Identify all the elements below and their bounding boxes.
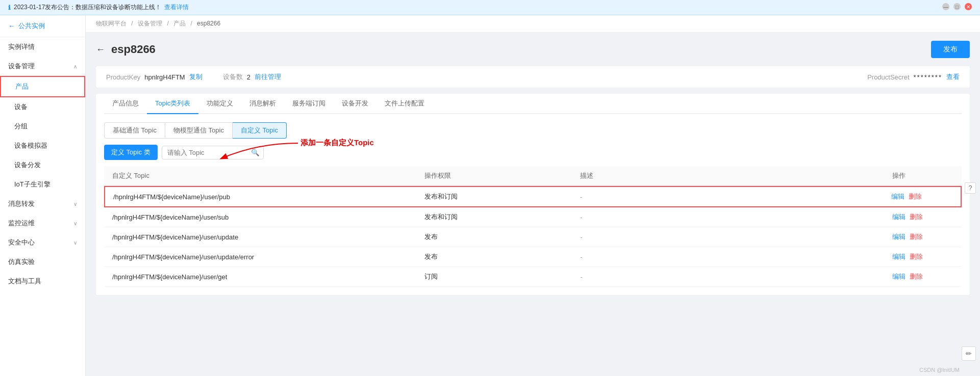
sidebar-item-iot-child[interactable]: IoT子生引擎 [0,175,85,194]
permission-cell: 发布 [424,252,581,261]
actions-cell: 编辑 删除 [892,232,953,241]
topic-cell: /hpnlrgH4FTM/${deviceName}/user/update/e… [112,253,424,261]
sidebar-item-product[interactable]: 产品 [0,76,85,97]
sidebar-item-label: 安全中心 [8,238,35,247]
back-arrow-icon: ← [8,22,15,30]
info-icon: ℹ [8,4,11,11]
permission-cell: 发布和订阅 [424,192,580,201]
window-maximize[interactable]: □ [953,3,961,10]
col-topic: 自定义 Topic [112,171,424,180]
tab-server-subscribe[interactable]: 服务端订阅 [284,94,334,114]
permission-cell: 订阅 [424,272,581,281]
tab-dev-develop[interactable]: 设备开发 [334,94,376,114]
tab-func-def[interactable]: 功能定义 [198,94,241,114]
page-back-button[interactable]: ← [96,44,105,55]
search-button[interactable]: 🔍 [251,149,260,156]
edit-link-2[interactable]: 编辑 [892,232,906,241]
table-row: /hpnlrgH4FTM/${deviceName}/user/get 订阅 -… [104,267,962,287]
announcement-link[interactable]: 查看详情 [164,3,189,12]
sidebar-back-header[interactable]: ← 公共实例 [0,15,85,37]
delete-link-4[interactable]: 删除 [910,272,923,281]
tab-msg-parse[interactable]: 消息解析 [241,94,284,114]
goto-manage-link[interactable]: 前往管理 [255,72,281,82]
topic-cell: /hpnlrgH4FTM/${deviceName}/user/update [112,233,424,241]
breadcrumb-link-platform[interactable]: 物联网平台 [96,20,127,27]
publish-button[interactable]: 发布 [931,41,970,58]
col-permission: 操作权限 [424,171,581,180]
edit-link-4[interactable]: 编辑 [892,272,906,281]
tab-topic-list[interactable]: Topic类列表 [147,94,198,114]
description-cell: - [580,213,892,221]
sidebar-item-simulation[interactable]: 仿真实验 [0,252,85,272]
table-row: /hpnlrgH4FTM/${deviceName}/user/update 发… [104,227,962,247]
breadcrumb: 物联网平台 / 设备管理 / 产品 / esp8266 [86,15,980,33]
delete-link-3[interactable]: 删除 [910,252,923,261]
sidebar-item-label: IoT子生引擎 [14,180,51,189]
breadcrumb-link-product[interactable]: 产品 [173,20,186,27]
device-count-value: 2 [247,73,250,81]
search-input[interactable] [162,146,264,159]
description-cell: - [580,273,892,281]
page-content: ← esp8266 发布 ProductKey hpnlrgH4FTM 复制 设… [86,33,980,376]
watermark: CSDN @lnitlUM [919,367,960,373]
sidebar-item-docs-tools[interactable]: 文档与工具 [0,272,85,291]
help-button[interactable]: ? [965,182,976,194]
breadcrumb-link-device-mgmt[interactable]: 设备管理 [138,20,162,27]
permission-cell: 发布 [424,232,581,241]
tab-file-upload[interactable]: 文件上传配置 [376,94,433,114]
delete-link-1[interactable]: 删除 [910,212,923,222]
edit-link-3[interactable]: 编辑 [892,252,906,261]
window-minimize[interactable]: — [942,3,949,10]
sidebar-item-security[interactable]: 安全中心 ∨ [0,233,85,252]
sidebar-item-label: 设备管理 [8,62,35,71]
topic-cell: /hpnlrgH4FTM/${deviceName}/user/pub [113,193,424,201]
sidebar-item-group[interactable]: 分组 [0,117,85,136]
sub-tab-model-topic[interactable]: 物模型通信 Topic [165,122,233,139]
product-key-label: ProductKey [106,73,140,81]
window-close[interactable]: ✕ [965,3,972,10]
permission-cell: 发布和订阅 [424,212,581,222]
action-area-wrapper: 定义 Topic 类 🔍 [104,145,962,160]
page-header: ← esp8266 发布 [96,41,970,58]
edit-link-0[interactable]: 编辑 [891,192,904,201]
delete-link-2[interactable]: 删除 [910,232,923,241]
breadcrumb-current: esp8266 [197,20,220,27]
sidebar-item-device-distribute[interactable]: 设备分发 [0,155,85,175]
search-wrap: 🔍 [162,146,264,159]
chevron-down-icon: ∨ [73,240,77,246]
tab-product-info[interactable]: 产品信息 [104,94,147,114]
sidebar-item-label: 仿真实验 [8,257,35,266]
sidebar-item-msg-forward[interactable]: 消息转发 ∨ [0,194,85,213]
edit-link-1[interactable]: 编辑 [892,212,906,222]
view-secret-link[interactable]: 查看 [946,72,960,82]
sub-tabs: 基础通信 Topic 物模型通信 Topic 自定义 Topic [104,122,962,139]
actions-cell: 编辑 删除 [892,272,953,281]
content-area: 物联网平台 / 设备管理 / 产品 / esp8266 ← esp8266 发布… [86,15,980,376]
table-header: 自定义 Topic 操作权限 描述 操作 [104,166,962,186]
sidebar-item-device[interactable]: 设备 [0,97,85,117]
product-secret-label: ProductSecret [867,73,909,81]
sidebar-item-device-mgmt[interactable]: 设备管理 ∧ [0,57,85,76]
sidebar: ← 公共实例 实例详情 设备管理 ∧ 产品 设备 分组 设备模拟器 设备分发 I… [0,15,86,376]
edit-float-button[interactable]: ✏ [962,346,976,361]
sub-tab-basic-topic[interactable]: 基础通信 Topic [104,122,165,139]
delete-link-0[interactable]: 删除 [909,192,922,201]
table-row: /hpnlrgH4FTM/${deviceName}/user/sub 发布和订… [104,207,962,227]
chevron-down-icon: ∨ [73,221,77,226]
description-cell: - [580,233,892,241]
table-row: /hpnlrgH4FTM/${deviceName}/user/update/e… [104,247,962,267]
sidebar-item-label: 产品 [15,82,29,91]
description-cell: - [580,193,891,201]
sidebar-item-simulator[interactable]: 设备模拟器 [0,136,85,155]
sidebar-item-label: 设备 [14,102,28,112]
define-topic-button[interactable]: 定义 Topic 类 [104,145,158,160]
copy-link[interactable]: 复制 [189,72,203,82]
sidebar-item-monitor[interactable]: 监控运维 ∨ [0,213,85,233]
sub-tab-custom-topic[interactable]: 自定义 Topic [233,122,287,139]
table-row: /hpnlrgH4FTM/${deviceName}/user/pub 发布和订… [104,186,962,207]
sidebar-item-instance-detail[interactable]: 实例详情 [0,37,85,57]
sidebar-item-label: 监控运维 [8,219,35,228]
device-count-label: 设备数 [223,72,243,82]
content-wrapper: 产品信息 Topic类列表 功能定义 消息解析 服务端订阅 设备开发 文件上传配… [96,94,970,295]
chevron-down-icon: ∨ [73,201,77,207]
